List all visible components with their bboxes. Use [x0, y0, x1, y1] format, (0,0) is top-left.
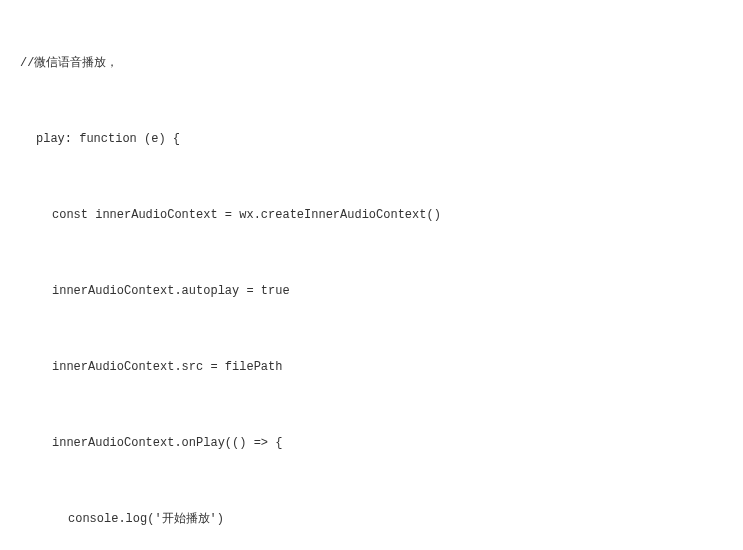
code-line: innerAudioContext.src = filePath: [20, 358, 723, 376]
code-line: innerAudioContext.onPlay(() => {: [20, 434, 723, 452]
code-line: const innerAudioContext = wx.createInner…: [20, 206, 723, 224]
code-line: //微信语音播放，: [20, 54, 723, 72]
code-block: //微信语音播放， play: function (e) { const inn…: [20, 18, 723, 550]
code-line: innerAudioContext.autoplay = true: [20, 282, 723, 300]
code-line: console.log('开始播放'): [20, 510, 723, 528]
code-line: play: function (e) {: [20, 130, 723, 148]
